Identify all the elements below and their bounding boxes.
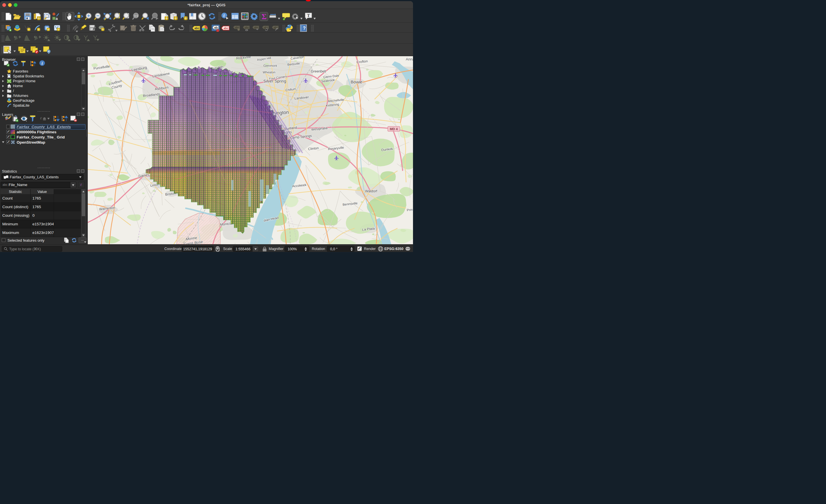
svg-text:T: T bbox=[307, 13, 310, 18]
svg-text:Waldorf: Waldorf bbox=[365, 189, 377, 193]
svg-text:Silver Spring: Silver Spring bbox=[263, 79, 286, 83]
svg-text:Σ: Σ bbox=[261, 13, 267, 20]
svg-text:abc: abc bbox=[264, 26, 268, 29]
svg-text:abc: abc bbox=[254, 26, 258, 29]
svg-text:Wheaton: Wheaton bbox=[263, 70, 275, 74]
svg-text:abc: abc bbox=[224, 27, 229, 30]
svg-text:ab: ab bbox=[214, 26, 218, 29]
svg-text:?: ? bbox=[303, 26, 306, 31]
svg-text:abc: abc bbox=[194, 27, 199, 30]
svg-text:MD 4: MD 4 bbox=[390, 127, 398, 131]
svg-text:Anna: Anna bbox=[406, 57, 413, 61]
svg-text:ε: ε bbox=[40, 116, 42, 120]
svg-text:1:1: 1:1 bbox=[134, 14, 138, 17]
svg-text:Greenbelt: Greenbelt bbox=[311, 69, 326, 73]
svg-text:a: a bbox=[56, 16, 58, 20]
svg-text:Glenmont: Glenmont bbox=[263, 64, 277, 67]
svg-text:i: i bbox=[42, 61, 43, 66]
svg-text:Bowie: Bowie bbox=[351, 79, 362, 84]
svg-text:Prin: Prin bbox=[407, 208, 413, 212]
svg-text:abc: abc bbox=[235, 26, 239, 29]
svg-text:i: i bbox=[223, 13, 225, 18]
svg-text:abc: abc bbox=[245, 26, 249, 29]
